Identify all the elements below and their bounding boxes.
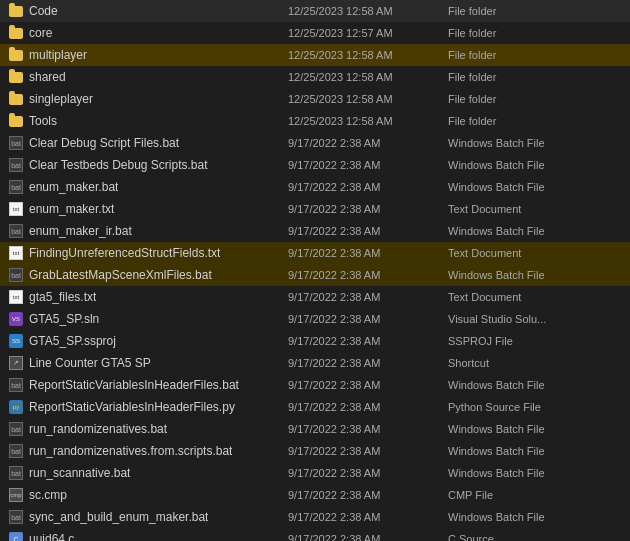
file-type: Windows Batch File bbox=[448, 379, 608, 391]
file-type: Windows Batch File bbox=[448, 181, 608, 193]
file-type: Windows Batch File bbox=[448, 137, 608, 149]
file-name-text: Tools bbox=[29, 114, 57, 128]
file-type: Windows Batch File bbox=[448, 423, 608, 435]
table-row[interactable]: bat Clear Debug Script Files.bat 9/17/20… bbox=[0, 132, 630, 154]
bat-icon: bat bbox=[8, 377, 24, 393]
file-name-cell: shared bbox=[8, 69, 288, 85]
file-type: Windows Batch File bbox=[448, 511, 608, 523]
py-icon: py bbox=[8, 399, 24, 415]
table-row[interactable]: txt enum_maker.txt 9/17/2022 2:38 AM Tex… bbox=[0, 198, 630, 220]
file-name-text: enum_maker.txt bbox=[29, 202, 114, 216]
file-name-text: shared bbox=[29, 70, 66, 84]
file-name-text: run_randomizenatives.bat bbox=[29, 422, 167, 436]
folder-icon bbox=[8, 47, 24, 63]
table-row[interactable]: Tools 12/25/2023 12:58 AM File folder bbox=[0, 110, 630, 132]
file-type: Windows Batch File bbox=[448, 225, 608, 237]
file-explorer-list[interactable]: Code 12/25/2023 12:58 AM File folder cor… bbox=[0, 0, 630, 541]
file-date: 12/25/2023 12:58 AM bbox=[288, 115, 448, 127]
file-date: 9/17/2022 2:38 AM bbox=[288, 137, 448, 149]
file-date: 9/17/2022 2:38 AM bbox=[288, 181, 448, 193]
file-size: 3 KB bbox=[608, 291, 630, 303]
file-size: 406 KB bbox=[608, 335, 630, 347]
table-row[interactable]: bat ReportStaticVariablesInHeaderFiles.b… bbox=[0, 374, 630, 396]
file-name-text: uuid64.c bbox=[29, 532, 74, 541]
table-row[interactable]: SS GTA5_SP.ssproj 9/17/2022 2:38 AM SSPR… bbox=[0, 330, 630, 352]
lnk-icon: ↗ bbox=[8, 355, 24, 371]
file-type: Windows Batch File bbox=[448, 467, 608, 479]
file-date: 9/17/2022 2:38 AM bbox=[288, 247, 448, 259]
file-date: 9/17/2022 2:38 AM bbox=[288, 423, 448, 435]
table-row[interactable]: shared 12/25/2023 12:58 AM File folder bbox=[0, 66, 630, 88]
bat-icon: bat bbox=[8, 179, 24, 195]
file-type: C Source bbox=[448, 533, 608, 541]
table-row[interactable]: txt FindingUnreferencedStructFields.txt … bbox=[0, 242, 630, 264]
file-size: 2 KB bbox=[608, 225, 630, 237]
table-row[interactable]: C uuid64.c 9/17/2022 2:38 AM C Source 1 … bbox=[0, 528, 630, 541]
table-row[interactable]: bat Clear Testbeds Debug Scripts.bat 9/1… bbox=[0, 154, 630, 176]
c-icon: C bbox=[8, 531, 24, 541]
file-date: 12/25/2023 12:58 AM bbox=[288, 49, 448, 61]
file-name-text: gta5_files.txt bbox=[29, 290, 96, 304]
file-name-cell: bat enum_maker_ir.bat bbox=[8, 223, 288, 239]
file-size: 1 KB bbox=[608, 533, 630, 541]
file-name-text: run_scannative.bat bbox=[29, 466, 130, 480]
file-date: 9/17/2022 2:38 AM bbox=[288, 291, 448, 303]
file-date: 9/17/2022 2:38 AM bbox=[288, 511, 448, 523]
table-row[interactable]: py ReportStaticVariablesInHeaderFiles.py… bbox=[0, 396, 630, 418]
file-type: File folder bbox=[448, 93, 608, 105]
folder-icon bbox=[8, 69, 24, 85]
table-row[interactable]: multiplayer 12/25/2023 12:58 AM File fol… bbox=[0, 44, 630, 66]
file-name-text: Clear Debug Script Files.bat bbox=[29, 136, 179, 150]
bat-icon: bat bbox=[8, 443, 24, 459]
file-size: 5 KB bbox=[608, 401, 630, 413]
table-row[interactable]: bat enum_maker_ir.bat 9/17/2022 2:38 AM … bbox=[0, 220, 630, 242]
file-name-text: ReportStaticVariablesInHeaderFiles.py bbox=[29, 400, 235, 414]
table-row[interactable]: singleplayer 12/25/2023 12:58 AM File fo… bbox=[0, 88, 630, 110]
file-type: Shortcut bbox=[448, 357, 608, 369]
file-name-cell: bat GrabLatestMapSceneXmlFiles.bat bbox=[8, 267, 288, 283]
file-date: 9/17/2022 2:38 AM bbox=[288, 401, 448, 413]
file-date: 9/17/2022 2:38 AM bbox=[288, 313, 448, 325]
sln-icon: VS bbox=[8, 311, 24, 327]
table-row[interactable]: core 12/25/2023 12:57 AM File folder bbox=[0, 22, 630, 44]
file-name-cell: VS GTA5_SP.sln bbox=[8, 311, 288, 327]
bat-icon: bat bbox=[8, 509, 24, 525]
table-row[interactable]: bat run_randomizenatives.bat 9/17/2022 2… bbox=[0, 418, 630, 440]
file-name-cell: cmp sc.cmp bbox=[8, 487, 288, 503]
file-date: 9/17/2022 2:38 AM bbox=[288, 225, 448, 237]
table-row[interactable]: bat GrabLatestMapSceneXmlFiles.bat 9/17/… bbox=[0, 264, 630, 286]
file-size: 1 KB bbox=[608, 247, 630, 259]
file-name-text: sync_and_build_enum_maker.bat bbox=[29, 510, 208, 524]
file-type: Windows Batch File bbox=[448, 269, 608, 281]
file-name-text: Code bbox=[29, 4, 58, 18]
table-row[interactable]: cmp sc.cmp 9/17/2022 2:38 AM CMP File 15… bbox=[0, 484, 630, 506]
file-size: 2 KB bbox=[608, 269, 630, 281]
file-date: 9/17/2022 2:38 AM bbox=[288, 533, 448, 541]
file-type: Python Source File bbox=[448, 401, 608, 413]
file-date: 12/25/2023 12:58 AM bbox=[288, 93, 448, 105]
table-row[interactable]: bat run_scannative.bat 9/17/2022 2:38 AM… bbox=[0, 462, 630, 484]
table-row[interactable]: bat enum_maker.bat 9/17/2022 2:38 AM Win… bbox=[0, 176, 630, 198]
table-row[interactable]: Code 12/25/2023 12:58 AM File folder bbox=[0, 0, 630, 22]
table-row[interactable]: bat run_randomizenatives.from.scripts.ba… bbox=[0, 440, 630, 462]
table-row[interactable]: VS GTA5_SP.sln 9/17/2022 2:38 AM Visual … bbox=[0, 308, 630, 330]
file-name-text: run_randomizenatives.from.scripts.bat bbox=[29, 444, 232, 458]
bat-icon: bat bbox=[8, 223, 24, 239]
file-name-cell: singleplayer bbox=[8, 91, 288, 107]
file-name-text: FindingUnreferencedStructFields.txt bbox=[29, 246, 220, 260]
folder-icon bbox=[8, 91, 24, 107]
file-date: 9/17/2022 2:38 AM bbox=[288, 335, 448, 347]
txt-icon: txt bbox=[8, 245, 24, 261]
file-name-cell: bat sync_and_build_enum_maker.bat bbox=[8, 509, 288, 525]
folder-icon bbox=[8, 3, 24, 19]
table-row[interactable]: ↗ Line Counter GTA5 SP 9/17/2022 2:38 AM… bbox=[0, 352, 630, 374]
file-type: File folder bbox=[448, 5, 608, 17]
file-type: Text Document bbox=[448, 247, 608, 259]
file-name-cell: core bbox=[8, 25, 288, 41]
txt-icon: txt bbox=[8, 289, 24, 305]
file-name-cell: multiplayer bbox=[8, 47, 288, 63]
file-type: File folder bbox=[448, 49, 608, 61]
table-row[interactable]: txt gta5_files.txt 9/17/2022 2:38 AM Tex… bbox=[0, 286, 630, 308]
table-row[interactable]: bat sync_and_build_enum_maker.bat 9/17/2… bbox=[0, 506, 630, 528]
file-date: 9/17/2022 2:38 AM bbox=[288, 203, 448, 215]
